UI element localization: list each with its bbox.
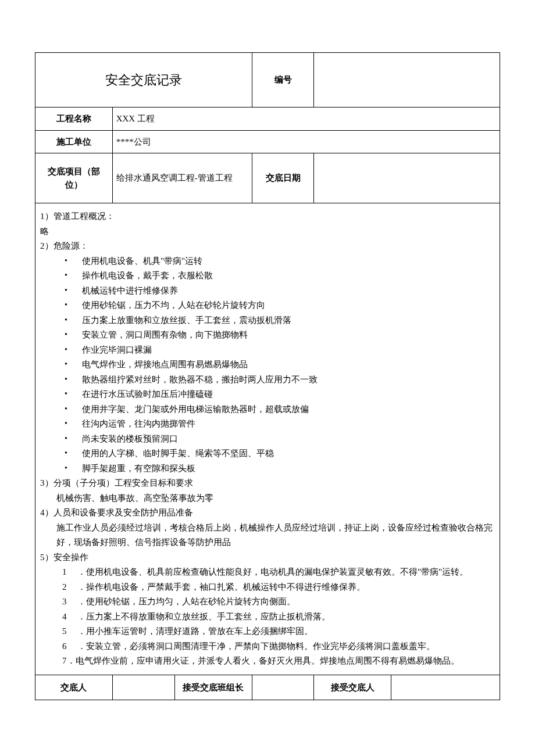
section1-body: 略 <box>40 224 495 239</box>
section4-body: 施工作业人员必须经过培训，考核合格后上岗，机械操作人员应经过培训，持证上岗，设备… <box>40 521 495 550</box>
disclosure-date-value <box>314 153 500 203</box>
list-item: 作业完毕洞口裸漏 <box>65 343 495 358</box>
op-text: ．使用机电设备、机具前应检查确认性能良好，电动机具的漏电保护装置灵敏有效。不得"… <box>77 567 468 576</box>
list-item: 使用砂轮锯，压力不均，人站在砂轮片旋转方向 <box>65 298 495 313</box>
list-item: 电气焊作业，焊接地点周围有易燃易爆物品 <box>65 357 495 372</box>
receiver-label: 接受交底人 <box>314 675 391 700</box>
list-item: 安装立管，洞口周围有杂物，向下抛掷物料 <box>65 328 495 343</box>
section3-title: 3）分项（子分项）工程安全目标和要求 <box>40 476 495 491</box>
section2-title: 2）危险源： <box>40 239 495 254</box>
section4-title: 4）人员和设备要求及安全防护用品准备 <box>40 506 495 521</box>
list-item: 机械运转中进行维修保养 <box>65 284 495 299</box>
op-text: ．安装立管，必须将洞口周围清理干净，严禁向下抛掷物料。作业完毕必须将洞口盖板盖牢… <box>77 642 437 651</box>
list-item: 压力案上放重物和立放丝扳、手工套丝，震动扳机滑落 <box>65 313 495 328</box>
number-value <box>314 53 500 108</box>
op-item-4: 4．压力案上不得放重物和立放丝扳、手工套丝，应防止扳机滑落。 <box>40 610 495 625</box>
op-item-6: 6．安装立管，必须将洞口周围清理干净，严禁向下抛掷物料。作业完毕必须将洞口盖板盖… <box>40 639 495 654</box>
content-body: 1）管道工程概况： 略 2）危险源： 使用机电设备、机具"带病"运转 操作机电设… <box>35 203 500 675</box>
leader-label: 接受交底班组长 <box>174 675 252 700</box>
op-num: 5 <box>62 624 77 639</box>
op-text: ．使用砂轮锯，压力均匀，人站在砂轮片旋转方向侧面。 <box>77 597 298 606</box>
op-num: 4 <box>62 610 77 625</box>
leader-value <box>252 675 314 700</box>
op-item-3: 3．使用砂轮锯，压力均匀，人站在砂轮片旋转方向侧面。 <box>40 594 495 610</box>
op-num: 2 <box>62 580 77 595</box>
list-item: 散热器组拧紧对丝时，散热器不稳，搬抬时两人应用力不一致 <box>65 372 495 388</box>
op-text: ．操作机电设备，严禁戴手套，袖口扎紧。机械运转中不得进行维修保养。 <box>77 582 368 592</box>
list-item: 使用井字架、龙门架或外用电梯运输散热器时，超载或放偏 <box>65 402 495 417</box>
project-name-label: 工程名称 <box>35 108 113 131</box>
list-item: 使用的人字梯、临时脚手架、绳索等不坚固、平稳 <box>65 446 495 461</box>
op-item-7: 7．电气焊作业前，应申请用火证，并派专人看火，备好灭火用具。焊接地点周围不得有易… <box>40 654 495 669</box>
list-item: 尚未安装的楼板预留洞口 <box>65 432 495 447</box>
list-item: 脚手架超重，有空隙和探头板 <box>65 461 495 476</box>
list-item: 使用机电设备、机具"带病"运转 <box>65 254 495 269</box>
number-label: 编号 <box>252 53 314 108</box>
op-num: 6 <box>62 639 77 654</box>
op-num: 3 <box>62 594 77 610</box>
project-name-value: XXX 工程 <box>112 108 500 131</box>
op-item-5: 5．用小推车运管时，清理好道路，管放在车上必须捆绑牢固。 <box>40 624 495 639</box>
list-item: 往沟内运管，往沟内抛掷管件 <box>65 417 495 432</box>
disclosure-item-value: 给排水通风空调工程-管道工程 <box>112 153 252 203</box>
doc-title: 安全交底记录 <box>35 53 252 108</box>
section5-title: 5）安全操作 <box>40 550 495 565</box>
section3-body: 机械伤害、触电事故、高空坠落事故为零 <box>40 491 495 506</box>
construction-unit-label: 施工单位 <box>35 130 113 153</box>
construction-unit-value: ****公司 <box>112 130 500 153</box>
op-text: ．用小推车运管时，清理好道路，管放在车上必须捆绑牢固。 <box>77 626 315 636</box>
list-item: 操作机电设备，戴手套，衣服松散 <box>65 268 495 284</box>
hazard-list: 使用机电设备、机具"带病"运转 操作机电设备，戴手套，衣服松散 机械运转中进行维… <box>40 254 495 476</box>
op-num: 1 <box>62 565 77 580</box>
op-item-1: 1．使用机电设备、机具前应检查确认性能良好，电动机具的漏电保护装置灵敏有效。不得… <box>40 565 495 580</box>
op-item-2: 2．操作机电设备，严禁戴手套，袖口扎紧。机械运转中不得进行维修保养。 <box>40 580 495 595</box>
disclosure-date-label: 交底日期 <box>252 153 314 203</box>
list-item: 在进行水压试验时加压后冲撞磕碰 <box>65 387 495 402</box>
safety-disclosure-table: 安全交底记录 编号 工程名称 XXX 工程 施工单位 ****公司 交底项目（部… <box>35 52 500 700</box>
section1-title: 1）管道工程概况： <box>40 209 495 224</box>
op-text: ．压力案上不得放重物和立放丝扳、手工套丝，应防止扳机滑落。 <box>77 612 333 621</box>
disclosure-item-label: 交底项目（部位） <box>35 153 113 203</box>
discloser-label: 交底人 <box>35 675 113 700</box>
discloser-value <box>112 675 174 700</box>
receiver-value <box>391 675 500 700</box>
